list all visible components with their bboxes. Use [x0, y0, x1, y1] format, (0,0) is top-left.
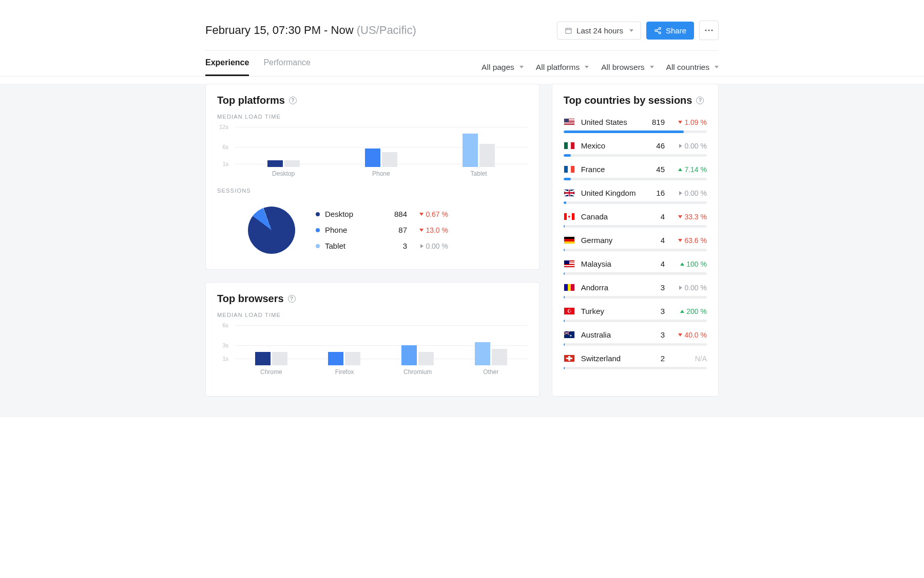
country-row[interactable]: Malaysia4100 %	[564, 255, 707, 279]
legend-dot	[316, 212, 320, 216]
filter-platforms[interactable]: All platforms	[536, 63, 589, 72]
svg-point-2	[655, 29, 657, 31]
svg-point-3	[659, 32, 661, 34]
tab-performance[interactable]: Performance	[263, 58, 311, 76]
trend-indicator: 200 %	[671, 307, 707, 315]
trend-indicator: 33.3 %	[671, 213, 707, 221]
trend-triangle-icon	[678, 121, 682, 124]
svg-point-5	[708, 29, 709, 31]
country-row[interactable]: Andorra30.00 %	[564, 279, 707, 303]
legend-dot	[316, 244, 320, 248]
y-tick: 1s	[222, 356, 228, 362]
trend-triangle-icon	[420, 244, 424, 248]
tab-experience[interactable]: Experience	[205, 58, 249, 76]
country-name: Andorra	[581, 283, 637, 292]
calendar-icon	[565, 27, 572, 34]
bar	[382, 152, 397, 167]
bar	[345, 352, 360, 365]
trend-indicator: 100 %	[671, 260, 707, 268]
time-picker[interactable]: Last 24 hours	[557, 22, 641, 40]
country-row[interactable]: Germany463.6 %	[564, 232, 707, 255]
chevron-down-icon	[585, 66, 589, 68]
trend-indicator: 7.14 %	[671, 165, 707, 174]
progress-bar	[564, 320, 707, 322]
country-sessions: 3	[643, 283, 665, 292]
bar	[267, 160, 283, 167]
bar	[479, 144, 495, 167]
share-label: Share	[666, 26, 686, 35]
flag-icon	[564, 189, 575, 197]
legend-row: Phone8713.0 %	[316, 222, 528, 238]
filters: All pages All platforms All browsers All…	[482, 63, 719, 72]
trend-triangle-icon	[680, 310, 684, 313]
card-title-text: Top platforms	[217, 95, 285, 106]
country-sessions: 4	[643, 212, 665, 221]
flag-icon	[564, 260, 575, 268]
trend-indicator: N/A	[671, 355, 707, 363]
filter-pages[interactable]: All pages	[482, 63, 524, 72]
bar-label: Firefox	[319, 368, 370, 376]
trend-triangle-icon	[679, 144, 682, 148]
chevron-down-icon	[715, 66, 719, 68]
flag-icon	[564, 213, 575, 220]
country-sessions: 4	[643, 236, 665, 245]
trend-indicator: 40.0 %	[671, 331, 707, 339]
legend-dot	[316, 228, 320, 232]
help-icon[interactable]: ?	[696, 97, 704, 104]
country-row[interactable]: France457.14 %	[564, 161, 707, 184]
section-label: MEDIAN LOAD TIME	[217, 312, 528, 318]
bar	[272, 352, 287, 365]
flag-icon	[564, 236, 575, 244]
country-name: Turkey	[581, 307, 637, 315]
flag-icon	[564, 355, 575, 362]
country-sessions: 45	[643, 165, 665, 174]
filter-countries[interactable]: All countries	[666, 63, 719, 72]
trend-triangle-icon	[678, 333, 682, 337]
svg-point-4	[705, 29, 706, 31]
platforms-sessions: Desktop8840.67 %Phone8713.0 %Tablet30.00…	[217, 201, 528, 259]
trend-triangle-icon	[680, 263, 684, 266]
country-row[interactable]: United Kingdom160.00 %	[564, 184, 707, 208]
legend-row: Tablet30.00 %	[316, 238, 528, 254]
bar	[401, 345, 417, 365]
trend-triangle-icon	[678, 168, 682, 171]
bar	[475, 342, 490, 366]
country-row[interactable]: Canada433.3 %	[564, 208, 707, 232]
filter-browsers[interactable]: All browsers	[601, 63, 653, 72]
country-row[interactable]: Australia340.0 %	[564, 326, 707, 350]
page-header: February 15, 07:30 PM - Now (US/Pacific)…	[205, 21, 719, 50]
share-button[interactable]: Share	[646, 22, 694, 40]
progress-bar	[564, 272, 707, 275]
browsers-bar-chart: 6s3s1sChromeFirefoxChromiumOther	[217, 325, 528, 382]
trend-indicator: 63.6 %	[671, 236, 707, 245]
card-title-text: Top countries by sessions	[564, 95, 692, 106]
trend-triangle-icon	[679, 191, 682, 195]
help-icon[interactable]: ?	[289, 97, 297, 104]
y-tick: 12s	[219, 124, 228, 130]
progress-bar	[564, 130, 707, 133]
svg-point-1	[659, 27, 661, 29]
card-top-platforms: Top platforms ? MEDIAN LOAD TIME 12s6s1s…	[205, 84, 540, 270]
date-range-text: February 15, 07:30 PM - Now	[205, 24, 354, 36]
svg-point-6	[711, 29, 713, 31]
y-tick: 6s	[222, 322, 228, 328]
trend-indicator: 13.0 %	[412, 226, 448, 234]
flag-icon	[564, 284, 575, 291]
country-row[interactable]: Turkey3200 %	[564, 303, 707, 326]
country-row[interactable]: Switzerland2N/A	[564, 350, 707, 374]
bar	[328, 352, 343, 365]
trend-indicator: 1.09 %	[671, 118, 707, 126]
country-row[interactable]: United States8191.09 %	[564, 114, 707, 137]
country-sessions: 819	[643, 118, 665, 126]
country-sessions: 3	[643, 307, 665, 315]
platforms-bar-chart: 12s6s1sDesktopPhoneTablet	[217, 127, 528, 183]
bar	[255, 352, 271, 365]
more-button[interactable]	[699, 21, 719, 40]
country-row[interactable]: Mexico460.00 %	[564, 137, 707, 161]
bar	[365, 148, 380, 167]
country-sessions: 3	[643, 330, 665, 339]
bar-label: Chromium	[392, 368, 444, 376]
help-icon[interactable]: ?	[288, 295, 296, 303]
progress-bar	[564, 296, 707, 299]
progress-bar	[564, 249, 707, 251]
